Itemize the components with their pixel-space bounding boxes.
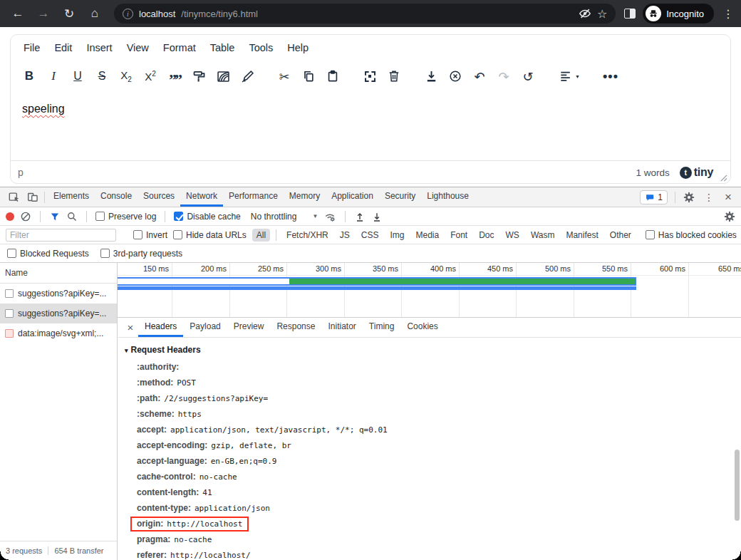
detail-tab-response[interactable]: Response: [270, 318, 321, 337]
copy-icon[interactable]: [296, 66, 321, 87]
word-count[interactable]: 1 words: [636, 167, 669, 178]
import-har-icon[interactable]: [354, 211, 366, 222]
third-party-requests-checkbox[interactable]: 3rd-party requests: [100, 249, 182, 259]
permanent-pen-icon[interactable]: [235, 66, 259, 87]
cut-icon[interactable]: ✂: [272, 66, 296, 87]
more-toolbar-icon[interactable]: •••: [598, 66, 623, 87]
resize-handle-icon[interactable]: [720, 174, 727, 182]
export-har-icon[interactable]: [371, 211, 383, 222]
strikethrough-icon[interactable]: S: [90, 66, 114, 87]
filter-type-font[interactable]: Font: [446, 229, 472, 242]
filter-type-doc[interactable]: Doc: [475, 229, 498, 242]
settings-gear-icon[interactable]: [680, 189, 698, 206]
menu-edit[interactable]: Edit: [47, 39, 79, 56]
filter-type-media[interactable]: Media: [411, 229, 443, 242]
detail-tab-headers[interactable]: Headers: [138, 318, 183, 337]
forward-icon[interactable]: →: [33, 3, 54, 24]
detail-tab-timing[interactable]: Timing: [363, 318, 401, 337]
filter-type-fetchxhr[interactable]: Fetch/XHR: [282, 229, 333, 242]
network-settings-gear-icon[interactable]: [724, 211, 735, 222]
tab-security[interactable]: Security: [379, 187, 421, 207]
inspect-icon[interactable]: [4, 189, 23, 206]
reload-icon[interactable]: ↻: [58, 3, 80, 24]
checkbox-checked[interactable]: [174, 212, 183, 221]
incognito-badge[interactable]: Incognito: [643, 4, 714, 24]
tab-sources[interactable]: Sources: [138, 187, 180, 207]
format-painter-icon[interactable]: [187, 66, 211, 87]
network-conditions-icon[interactable]: [323, 210, 336, 223]
blockquote-icon[interactable]: ””: [162, 66, 187, 87]
request-headers-section[interactable]: ▾Request Headers: [118, 341, 741, 359]
device-toolbar-icon[interactable]: [23, 189, 41, 206]
restore-draft-icon[interactable]: ↺: [516, 66, 540, 87]
filter-type-css[interactable]: CSS: [357, 229, 383, 242]
tab-elements[interactable]: Elements: [48, 187, 95, 207]
editor-content[interactable]: speeling: [11, 92, 730, 160]
element-path[interactable]: p: [18, 167, 24, 178]
image-fill-icon[interactable]: [211, 66, 235, 87]
clear-icon[interactable]: [20, 211, 31, 222]
bookmark-star-icon[interactable]: ☆: [597, 7, 607, 21]
request-row-selected[interactable]: suggestions?apiKey=...: [0, 304, 117, 323]
cancel-icon[interactable]: [443, 66, 467, 87]
detail-tab-cookies[interactable]: Cookies: [400, 318, 444, 337]
menu-view[interactable]: View: [120, 39, 156, 56]
detail-tab-preview[interactable]: Preview: [227, 318, 271, 337]
close-devtools-icon[interactable]: ×: [720, 190, 737, 204]
filter-type-wasm[interactable]: Wasm: [527, 229, 559, 242]
filter-type-img[interactable]: Img: [385, 229, 408, 242]
issues-badge[interactable]: 1: [640, 190, 668, 204]
menu-format[interactable]: Format: [156, 39, 203, 56]
close-detail-icon[interactable]: ×: [123, 321, 138, 333]
tab-lighthouse[interactable]: Lighthouse: [421, 187, 475, 207]
menu-tools[interactable]: Tools: [242, 39, 280, 56]
tiny-logo[interactable]: t tiny: [680, 166, 713, 179]
subscript-icon[interactable]: X2: [114, 66, 138, 87]
throttling-dropdown[interactable]: No throttling ▼: [251, 212, 318, 222]
scrollbar-thumb[interactable]: [735, 450, 740, 521]
tab-console[interactable]: Console: [95, 187, 138, 207]
underline-icon[interactable]: U: [66, 66, 90, 87]
filter-icon[interactable]: [49, 211, 61, 222]
preserve-log-checkbox[interactable]: Preserve log: [95, 212, 156, 222]
tab-network[interactable]: Network: [180, 187, 223, 207]
undo-icon[interactable]: ↶: [467, 66, 492, 87]
filter-input[interactable]: [6, 229, 116, 242]
request-row[interactable]: suggestions?apiKey=...: [0, 284, 117, 304]
name-column-header[interactable]: Name: [0, 263, 117, 284]
detail-tab-payload[interactable]: Payload: [183, 318, 227, 337]
blocked-requests-checkbox[interactable]: Blocked Requests: [7, 249, 89, 259]
browser-menu-icon[interactable]: ⋮: [722, 7, 734, 21]
menu-file[interactable]: File: [16, 39, 47, 56]
redo-icon[interactable]: ↷: [492, 66, 516, 87]
filter-type-other[interactable]: Other: [606, 229, 636, 242]
search-icon[interactable]: [66, 211, 78, 222]
side-panel-icon[interactable]: [624, 9, 636, 19]
bold-icon[interactable]: B: [17, 66, 41, 87]
tab-memory[interactable]: Memory: [284, 187, 326, 207]
filter-type-ws[interactable]: WS: [502, 229, 524, 242]
filter-type-all[interactable]: All: [252, 229, 270, 242]
menu-table[interactable]: Table: [203, 39, 242, 56]
tab-application[interactable]: Application: [326, 187, 379, 207]
filter-type-manifest[interactable]: Manifest: [561, 229, 602, 242]
detail-tab-initiator[interactable]: Initiator: [321, 318, 362, 337]
home-icon[interactable]: ⌂: [84, 3, 105, 24]
paste-icon[interactable]: [321, 66, 345, 87]
address-bar[interactable]: i localhost /tinymce/tiny6.html ☆: [114, 4, 616, 24]
request-row[interactable]: data:image/svg+xml;...: [0, 323, 117, 343]
has-blocked-cookies-checkbox[interactable]: Has blocked cookies: [646, 230, 737, 240]
align-left-icon[interactable]: ▼: [553, 66, 586, 87]
misspelled-word[interactable]: speeling: [22, 103, 65, 115]
devtools-menu-icon[interactable]: ⋮: [700, 189, 718, 206]
tab-performance[interactable]: Performance: [223, 187, 284, 207]
menu-help[interactable]: Help: [280, 39, 316, 56]
filter-type-js[interactable]: JS: [336, 229, 354, 242]
italic-icon[interactable]: I: [41, 66, 66, 87]
record-icon[interactable]: [6, 212, 14, 221]
invert-checkbox[interactable]: Invert: [133, 230, 167, 240]
select-all-icon[interactable]: [358, 66, 382, 87]
superscript-icon[interactable]: X2: [138, 66, 162, 87]
menu-insert[interactable]: Insert: [79, 39, 119, 56]
save-download-icon[interactable]: [419, 66, 443, 87]
